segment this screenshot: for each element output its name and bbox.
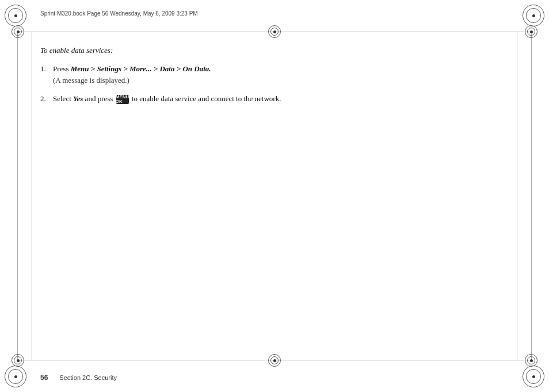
border-right bbox=[531, 32, 532, 360]
steps-list: 1. Press Menu > Settings > More... > Dat… bbox=[40, 63, 509, 105]
ornament-small-top-left bbox=[12, 25, 24, 38]
ornament-small-bottom-right bbox=[525, 354, 537, 367]
step-1-prefix: Press bbox=[53, 64, 71, 73]
footer-page-number: 56 bbox=[40, 374, 48, 382]
header-text: Sprint M320.book Page 56 Wednesday, May … bbox=[40, 10, 198, 17]
step-1-number: 1. bbox=[40, 63, 53, 86]
step-1-content: Press Menu > Settings > More... > Data >… bbox=[53, 63, 509, 86]
ornament-top-left bbox=[5, 5, 26, 26]
menu-ok-button-icon: MENUOK bbox=[116, 95, 129, 104]
main-content: To enable data services: 1. Press Menu >… bbox=[40, 46, 509, 346]
ornament-small-bottom-center bbox=[268, 354, 281, 367]
inner-border-left bbox=[32, 32, 32, 360]
step-1-subtext: (A message is displayed.) bbox=[53, 75, 509, 86]
ornament-top-right bbox=[523, 5, 544, 26]
step-2-number: 2. bbox=[40, 93, 53, 105]
page-header: Sprint M320.book Page 56 Wednesday, May … bbox=[40, 10, 509, 17]
ornament-small-top-center bbox=[268, 25, 281, 38]
step-1-menu-path: Menu > Settings > More... > Data > On Da… bbox=[71, 64, 211, 73]
footer-section-label: Section 2C. Security bbox=[59, 374, 117, 381]
ornament-bottom-right bbox=[523, 366, 544, 387]
step-2-yes: Yes bbox=[73, 94, 83, 103]
ornament-small-bottom-left bbox=[12, 354, 24, 367]
border-left bbox=[17, 32, 18, 360]
ornament-bottom-left bbox=[5, 366, 26, 387]
page-footer: 56 Section 2C. Security bbox=[40, 374, 509, 382]
section-title: To enable data services: bbox=[40, 46, 509, 55]
step-2-content: Select Yes and press MENUOK to enable da… bbox=[53, 93, 509, 105]
step-2-suffix: to enable data service and connect to th… bbox=[130, 94, 281, 103]
step-2-and-press: and press bbox=[83, 94, 115, 103]
step-2-select-text: Select bbox=[53, 94, 73, 103]
inner-border-right bbox=[517, 32, 517, 360]
step-2: 2. Select Yes and press MENUOK to enable… bbox=[40, 93, 509, 105]
ornament-small-top-right bbox=[525, 25, 537, 38]
step-1: 1. Press Menu > Settings > More... > Dat… bbox=[40, 63, 509, 86]
